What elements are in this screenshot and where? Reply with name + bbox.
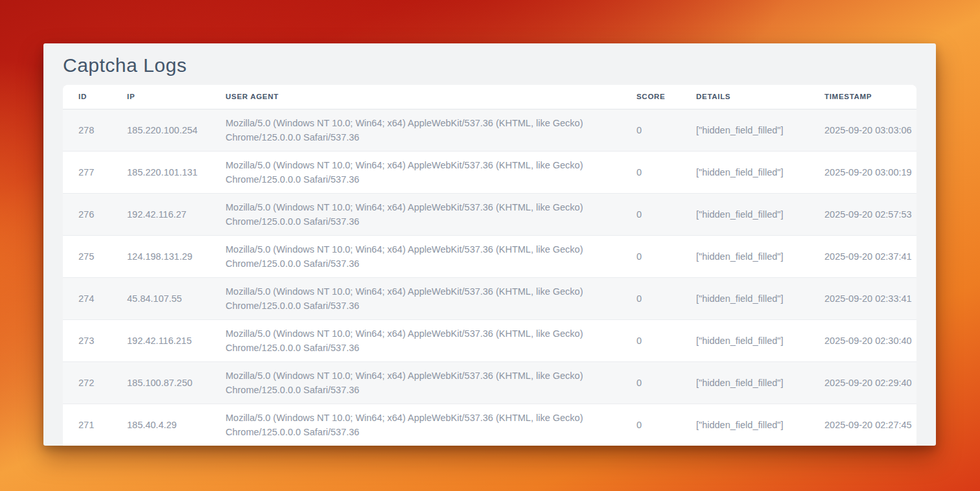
table-row: 273 192.42.116.215 Mozilla/5.0 (Windows …: [63, 319, 916, 361]
page-background: { "page": { "title": "Captcha Logs" }, "…: [0, 0, 980, 491]
cell-details: ["hidden_field_filled"]: [681, 193, 809, 235]
table-row: 272 185.100.87.250 Mozilla/5.0 (Windows …: [63, 361, 916, 404]
cell-details: ["hidden_field_filled"]: [681, 109, 809, 151]
table-row: 274 45.84.107.55 Mozilla/5.0 (Windows NT…: [63, 277, 916, 319]
cell-ip: 45.84.107.55: [111, 277, 210, 319]
cell-score: 0: [621, 193, 681, 235]
cell-timestamp: 2025-09-20 02:57:53: [809, 193, 916, 235]
page-title: Captcha Logs: [63, 54, 916, 77]
cell-ip: 185.100.87.250: [111, 361, 210, 404]
cell-score: 0: [621, 319, 681, 361]
cell-user-agent: Mozilla/5.0 (Windows NT 10.0; Win64; x64…: [210, 109, 621, 151]
cell-id: 273: [63, 319, 111, 361]
cell-details: ["hidden_field_filled"]: [681, 361, 809, 404]
table-row: 278 185.220.100.254 Mozilla/5.0 (Windows…: [63, 109, 916, 151]
captcha-logs-table: IDIPUSER AGENTSCOREDETAILSTIMESTAMP 278 …: [63, 85, 916, 446]
table-header-row: IDIPUSER AGENTSCOREDETAILSTIMESTAMP: [63, 85, 916, 109]
cell-ip: 192.42.116.215: [111, 319, 210, 361]
table-row: 277 185.220.101.131 Mozilla/5.0 (Windows…: [63, 151, 916, 193]
column-header-details: DETAILS: [681, 85, 809, 109]
column-header-ip: IP: [111, 85, 210, 109]
cell-details: ["hidden_field_filled"]: [681, 319, 809, 361]
cell-timestamp: 2025-09-20 02:33:41: [809, 277, 916, 319]
cell-ip: 185.40.4.29: [111, 404, 210, 446]
cell-timestamp: 2025-09-20 02:27:45: [809, 404, 916, 446]
cell-details: ["hidden_field_filled"]: [681, 277, 809, 319]
table-row: 271 185.40.4.29 Mozilla/5.0 (Windows NT …: [63, 404, 916, 446]
cell-ip: 124.198.131.29: [111, 235, 210, 277]
cell-score: 0: [621, 404, 681, 446]
column-header-id: ID: [63, 85, 111, 109]
cell-score: 0: [621, 361, 681, 404]
cell-score: 0: [621, 235, 681, 277]
cell-id: 271: [63, 404, 111, 446]
cell-details: ["hidden_field_filled"]: [681, 151, 809, 193]
column-header-score: SCORE: [621, 85, 681, 109]
cell-user-agent: Mozilla/5.0 (Windows NT 10.0; Win64; x64…: [210, 151, 621, 193]
column-header-user_agent: USER AGENT: [210, 85, 621, 109]
cell-id: 277: [63, 151, 111, 193]
cell-ip: 192.42.116.27: [111, 193, 210, 235]
cell-timestamp: 2025-09-20 03:03:06: [809, 109, 916, 151]
cell-id: 275: [63, 235, 111, 277]
cell-user-agent: Mozilla/5.0 (Windows NT 10.0; Win64; x64…: [210, 319, 621, 361]
cell-details: ["hidden_field_filled"]: [681, 235, 809, 277]
cell-score: 0: [621, 151, 681, 193]
cell-timestamp: 2025-09-20 02:30:40: [809, 319, 916, 361]
cell-timestamp: 2025-09-20 02:29:40: [809, 361, 916, 404]
cell-score: 0: [621, 277, 681, 319]
cell-ip: 185.220.100.254: [111, 109, 210, 151]
table-row: 276 192.42.116.27 Mozilla/5.0 (Windows N…: [63, 193, 916, 235]
table-row: 275 124.198.131.29 Mozilla/5.0 (Windows …: [63, 235, 916, 277]
cell-timestamp: 2025-09-20 02:37:41: [809, 235, 916, 277]
cell-user-agent: Mozilla/5.0 (Windows NT 10.0; Win64; x64…: [210, 404, 621, 446]
cell-timestamp: 2025-09-20 03:00:19: [809, 151, 916, 193]
cell-id: 278: [63, 109, 111, 151]
cell-user-agent: Mozilla/5.0 (Windows NT 10.0; Win64; x64…: [210, 235, 621, 277]
cell-id: 274: [63, 277, 111, 319]
cell-ip: 185.220.101.131: [111, 151, 210, 193]
cell-user-agent: Mozilla/5.0 (Windows NT 10.0; Win64; x64…: [210, 277, 621, 319]
cell-user-agent: Mozilla/5.0 (Windows NT 10.0; Win64; x64…: [210, 193, 621, 235]
cell-id: 276: [63, 193, 111, 235]
cell-score: 0: [621, 109, 681, 151]
cell-id: 272: [63, 361, 111, 404]
column-header-timestamp: TIMESTAMP: [809, 85, 916, 109]
captcha-logs-card: Captcha Logs IDIPUSER AGENTSCOREDETAILST…: [43, 43, 936, 446]
cell-details: ["hidden_field_filled"]: [681, 404, 809, 446]
cell-user-agent: Mozilla/5.0 (Windows NT 10.0; Win64; x64…: [210, 361, 621, 404]
